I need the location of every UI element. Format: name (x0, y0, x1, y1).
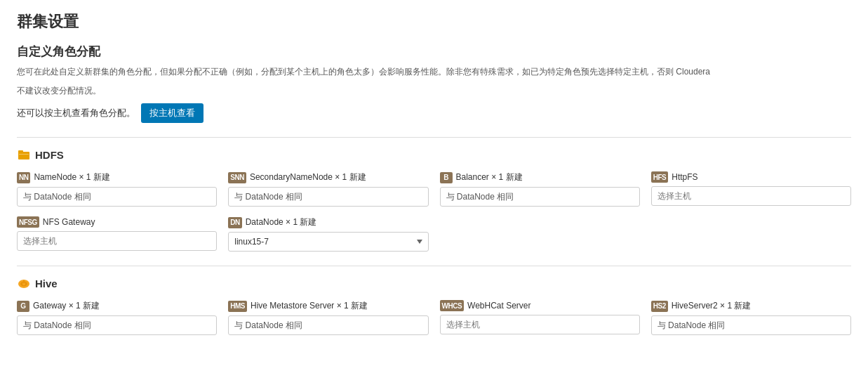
divider-hive (17, 266, 851, 266)
hive-section: Hive GGateway × 1 新建HMSHive Metastore Se… (17, 276, 851, 335)
role-name-balancer: Balancer × 1 新建 (456, 171, 523, 183)
role-input-namenode[interactable] (17, 187, 217, 207)
role-name-nfs-gateway: NFS Gateway (43, 217, 95, 227)
role-item-secondary-namenode: SNNSecondaryNameNode × 1 新建 (228, 171, 428, 207)
role-name-webhcat-server: WebHCat Server (467, 301, 530, 311)
hive-section-title: Hive (35, 278, 58, 289)
svg-rect-1 (18, 150, 23, 153)
hive-section-header: Hive (17, 276, 851, 290)
hive-roles-grid: GGateway × 1 新建HMSHive Metastore Server … (17, 300, 851, 335)
role-badge-httpfs: HFS (651, 171, 669, 183)
role-badge-secondary-namenode: SNN (228, 172, 246, 183)
description-line1: 您可在此处自定义新群集的角色分配，但如果分配不正确（例如，分配到某个主机上的角色… (17, 65, 851, 79)
role-label-row-hiveserver2: HS2HiveServer2 × 1 新建 (651, 300, 851, 312)
role-name-datanode: DataNode × 1 新建 (246, 216, 317, 228)
role-item-hiveserver2: HS2HiveServer2 × 1 新建 (651, 300, 851, 335)
hdfs-icon (17, 148, 31, 162)
role-input-gateway[interactable] (17, 315, 217, 335)
role-input-webhcat-server[interactable] (440, 315, 640, 334)
role-label-row-namenode: NNNameNode × 1 新建 (17, 171, 217, 183)
role-badge-hiveserver2: HS2 (651, 301, 668, 312)
role-name-secondary-namenode: SecondaryNameNode × 1 新建 (250, 171, 366, 183)
role-label-row-gateway: GGateway × 1 新建 (17, 300, 217, 312)
role-badge-webhcat-server: WHCS (440, 300, 465, 311)
role-item-nfs-gateway: NFSGNFS Gateway (17, 216, 217, 252)
role-badge-nfs-gateway: NFSG (17, 216, 39, 228)
role-badge-gateway: G (17, 301, 29, 312)
divider-hdfs (17, 137, 851, 138)
hive-icon (17, 276, 31, 290)
role-item-webhcat-server: WHCSWebHCat Server (440, 300, 640, 335)
role-input-balancer[interactable] (440, 187, 640, 207)
view-by-host-button[interactable]: 按主机查看 (141, 103, 203, 123)
role-item-hive-metastore: HMSHive Metastore Server × 1 新建 (228, 300, 428, 335)
role-select-datanode[interactable]: linux15-7 (228, 232, 428, 252)
role-label-row-hive-metastore: HMSHive Metastore Server × 1 新建 (228, 300, 428, 312)
role-badge-balancer: B (440, 172, 453, 183)
hdfs-section-title: HDFS (35, 149, 64, 161)
role-badge-datanode: DN (228, 217, 241, 228)
role-item-namenode: NNNameNode × 1 新建 (17, 171, 217, 207)
role-item-balancer: BBalancer × 1 新建 (440, 171, 640, 207)
role-item-datanode: DNDataNode × 1 新建linux15-7 (228, 216, 428, 252)
role-label-row-webhcat-server: WHCSWebHCat Server (440, 300, 640, 311)
role-name-namenode: NameNode × 1 新建 (34, 171, 109, 183)
role-input-httpfs[interactable] (651, 186, 851, 206)
hdfs-section-header: HDFS (17, 148, 851, 162)
role-label-row-secondary-namenode: SNNSecondaryNameNode × 1 新建 (228, 171, 428, 183)
role-label-row-balancer: BBalancer × 1 新建 (440, 171, 640, 183)
role-input-nfs-gateway[interactable] (17, 231, 217, 251)
role-item-gateway: GGateway × 1 新建 (17, 300, 217, 335)
hdfs-roles-grid: NNNameNode × 1 新建SNNSecondaryNameNode × … (17, 171, 851, 252)
role-name-hive-metastore: Hive Metastore Server × 1 新建 (251, 300, 368, 312)
role-label-row-datanode: DNDataNode × 1 新建 (228, 216, 428, 228)
description-line2: 不建议改变分配情况。 (17, 84, 851, 98)
role-input-hive-metastore[interactable] (228, 315, 428, 335)
view-by-host-text: 还可以按主机查看角色分配。 (17, 107, 135, 119)
section-subtitle: 自定义角色分配 (17, 44, 851, 60)
role-name-hiveserver2: HiveServer2 × 1 新建 (672, 300, 752, 312)
page-title: 群集设置 (17, 11, 851, 32)
role-label-row-nfs-gateway: NFSGNFS Gateway (17, 216, 217, 228)
role-name-httpfs: HttpFS (672, 172, 697, 182)
role-label-row-httpfs: HFSHttpFS (651, 171, 851, 183)
role-item-httpfs: HFSHttpFS (651, 171, 851, 207)
svg-rect-2 (19, 154, 29, 155)
role-badge-namenode: NN (17, 172, 30, 183)
role-badge-hive-metastore: HMS (228, 301, 247, 312)
role-name-gateway: Gateway × 1 新建 (33, 300, 100, 312)
role-input-secondary-namenode[interactable] (228, 187, 428, 207)
hdfs-section: HDFS NNNameNode × 1 新建SNNSecondaryNameNo… (17, 148, 851, 252)
role-input-hiveserver2[interactable] (651, 315, 851, 335)
